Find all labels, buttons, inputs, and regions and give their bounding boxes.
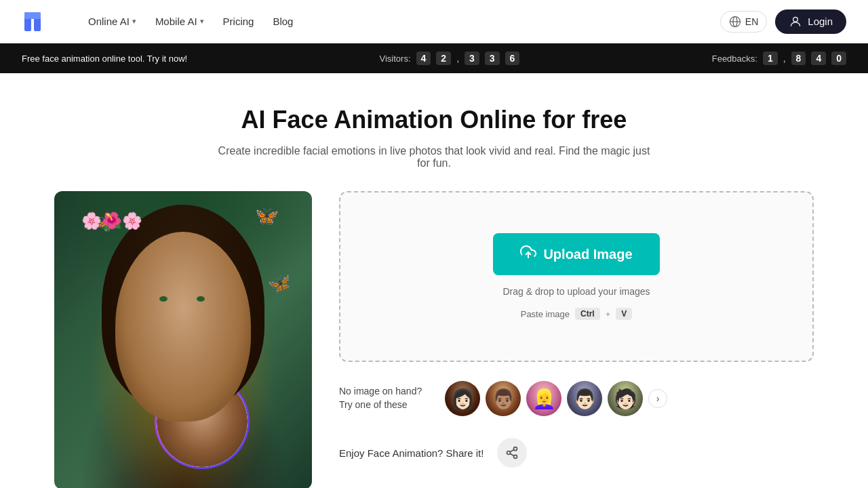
visitor-counter: Visitors: 4 2 , 3 3 6 [187, 52, 711, 65]
cloud-upload-icon [520, 244, 536, 264]
announcement-text: Free face animation online tool. Try it … [22, 54, 187, 64]
nav-pricing[interactable]: Pricing [216, 12, 261, 31]
svg-point-10 [514, 455, 517, 458]
hero-section: AI Face Animation Online for free Create… [0, 73, 868, 191]
visitor-digit-4: 3 [485, 52, 500, 65]
language-selector[interactable]: EN [720, 11, 767, 33]
share-label: Enjoy Face Animation? Share it! [339, 447, 484, 459]
navigation: Online AI ▾ Mobile AI ▾ Pricing Blog EN … [0, 0, 868, 43]
feedback-digit-1: 1 [763, 52, 778, 65]
butterfly-icon-3: 🦋 [266, 270, 293, 297]
visitor-digit-2: 2 [436, 52, 451, 65]
login-button[interactable]: Login [775, 9, 846, 34]
nav-online-ai[interactable]: Online AI ▾ [81, 12, 143, 31]
sample-label: No image on hand? Try one of these [339, 385, 434, 411]
sample-image-1[interactable]: 👩🏻 [445, 381, 480, 416]
hero-subtitle: Create incredible facial emotions in liv… [217, 145, 651, 169]
nav-blog[interactable]: Blog [266, 12, 300, 31]
nav-links: Online AI ▾ Mobile AI ▾ Pricing Blog [81, 12, 698, 31]
visitor-digit-3: 3 [465, 52, 479, 65]
svg-point-9 [507, 451, 511, 455]
visitor-digit-1: 4 [416, 52, 431, 65]
sample-image-3[interactable]: 👱‍♀️ [526, 381, 561, 416]
svg-rect-2 [24, 12, 41, 19]
sample-portrait: 🦋 🦋 🦋 🌸🌺🌸 [54, 191, 312, 488]
logo[interactable] [22, 8, 49, 35]
upload-image-button[interactable]: Upload Image [493, 233, 659, 275]
v-key-badge: V [616, 308, 632, 320]
feedback-digit-4: 0 [831, 52, 846, 65]
user-icon [789, 15, 802, 28]
sample-image-5[interactable]: 🧑🏻 [608, 381, 643, 416]
globe-icon [729, 16, 741, 28]
announcement-bar: Free face animation online tool. Try it … [0, 43, 868, 73]
svg-point-6 [793, 17, 798, 22]
share-button[interactable] [497, 438, 527, 468]
paste-row: Paste image Ctrl + V [521, 308, 633, 320]
upload-dropzone[interactable]: Upload Image Drag & drop to upload your … [339, 191, 814, 362]
visitor-digit-5: 6 [505, 52, 520, 65]
feedback-digit-3: 4 [811, 52, 826, 65]
nav-mobile-ai[interactable]: Mobile AI ▾ [149, 12, 211, 31]
sample-next-button[interactable]: › [648, 389, 667, 408]
svg-line-12 [511, 449, 515, 451]
svg-line-11 [511, 453, 515, 455]
ctrl-key-badge: Ctrl [575, 308, 600, 320]
sample-image-2[interactable]: 👨🏽 [486, 381, 521, 416]
sample-image-list: 👩🏻 👨🏽 👱‍♀️ 👨🏻 🧑🏻 › [445, 381, 667, 416]
share-section: Enjoy Face Animation? Share it! [339, 438, 814, 468]
chevron-down-icon: ▾ [132, 17, 136, 26]
chevron-down-icon: ▾ [200, 17, 204, 26]
flowers-decoration: 🌸🌺🌸 [81, 211, 142, 230]
share-icon [505, 446, 519, 460]
drag-drop-label: Drag & drop to upload your images [502, 286, 650, 297]
feedback-counter: Feedbacks: 1 , 8 4 0 [712, 52, 846, 65]
upload-panel: Upload Image Drag & drop to upload your … [339, 191, 814, 468]
svg-point-8 [514, 447, 517, 451]
hero-title: AI Face Animation Online for free [22, 106, 846, 134]
feedback-digit-2: 8 [791, 52, 806, 65]
sample-images-section: No image on hand? Try one of these 👩🏻 👨🏽… [339, 381, 814, 416]
main-content: 🦋 🦋 🦋 🌸🌺🌸 [0, 191, 868, 488]
sample-image-4[interactable]: 👨🏻 [567, 381, 602, 416]
nav-right: EN Login [720, 9, 846, 34]
